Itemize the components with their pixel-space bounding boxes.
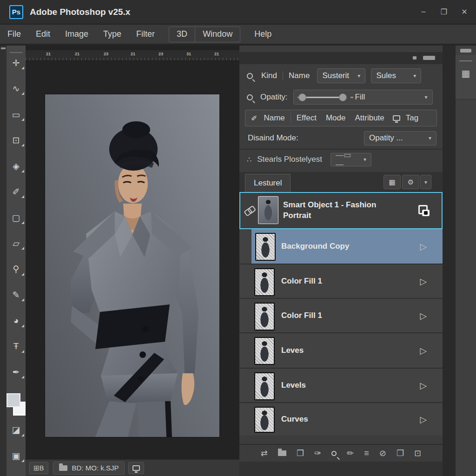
expand-triangle-icon[interactable]: ▷ [420,276,427,287]
status-image-button[interactable] [128,462,144,474]
close-button[interactable]: ✕ [457,5,471,19]
attr-tag[interactable]: Tag [406,113,418,123]
status-grid-button[interactable]: ⊞B [29,462,48,474]
duplicate-icon[interactable]: ❐ [297,448,304,458]
opacity-slider-control[interactable]: Fill ▾ [293,90,433,105]
list-icon[interactable]: ≡ [364,449,369,458]
filter-type-dropdown[interactable]: Susterit ▾ [317,68,365,83]
collapse-handle-icon[interactable] [1,47,6,49]
expand-triangle-icon[interactable]: ▷ [420,241,427,252]
collapsed-panel[interactable]: ▦ [456,55,476,99]
attr-name[interactable]: Name [264,113,284,123]
layer-row-smart-object[interactable]: Smart Object 1 - Fashion Portrait [239,192,443,229]
layer-row-levels[interactable]: Levels ▷ [239,369,443,403]
expand-triangle-icon[interactable]: ▷ [420,345,427,356]
filter-rules-dropdown[interactable]: Sules ▾ [371,68,421,83]
arrange-icon[interactable]: ⇄ [261,448,268,458]
lasso-tool[interactable]: ∿ [9,83,23,94]
brush-icon[interactable]: ✑ [314,448,321,458]
mask-tool-icon: ◪ [12,424,20,435]
rectangle-marquee-tool[interactable]: ▭ [9,109,23,119]
layers-tab[interactable]: Lesturel [245,174,291,192]
layers-icon[interactable]: ❒ [397,448,404,458]
panel-menu-button[interactable]: ▾ [420,175,431,189]
pen-icon[interactable]: ✏ [347,448,354,458]
attr-mode[interactable]: Mode [326,113,346,123]
fill-label[interactable]: Fill [355,93,365,102]
layer-name[interactable]: Curves [281,415,308,424]
paperclip-icon[interactable]: ⊘ [379,448,386,458]
panel-minimize-icon[interactable] [413,56,416,60]
zoom-lasso-tool[interactable]: ⚲ [9,264,23,274]
folder-icon[interactable] [278,450,286,456]
frame-tool[interactable]: ▣ [9,450,23,461]
menu-window[interactable]: Window [195,27,240,42]
attr-attribute[interactable]: Attribute [355,113,384,123]
layer-row-color-fill-1[interactable]: Color Fill 1 ▷ [239,264,443,299]
canvas-area[interactable]: 21 21 23 21 23 31 21 [26,46,239,459]
eyedropper-tool[interactable]: ✐ [9,186,23,197]
color-swatches[interactable] [8,393,24,412]
mask-tool[interactable]: ◪ [9,424,23,435]
menu-edit[interactable]: Edit [28,29,58,39]
layer-thumbnail[interactable] [254,268,275,296]
layer-name[interactable]: Color Fill 1 [281,277,322,286]
layer-name[interactable]: Smart Object 1 - Fashion Portrait [283,200,399,221]
layer-name[interactable]: Levels [281,381,306,390]
layer-name[interactable]: Color Fill 1 [281,311,322,320]
blend-mode-dropdown[interactable]: Opatity ... ▾ [364,131,436,145]
pattern-marquee-icon: ⊡ [13,135,20,145]
layer-row-curves[interactable]: Curves ▷ [239,403,443,436]
panel-collapse-icon[interactable] [423,56,435,60]
document-info[interactable]: BD: MO: k.SJP [53,462,125,475]
layer-row-leves[interactable]: Leves ▷ [239,333,443,369]
shape-tool[interactable]: ▢ [9,212,23,223]
polygon-tool[interactable]: ▱ [9,238,23,249]
minimize-button[interactable]: – [416,5,430,19]
layer-row-background-copy[interactable]: Background Copy ▷ [239,229,443,264]
monitor-icon [393,115,400,121]
panel-group-header[interactable] [239,52,443,64]
layer-thumbnail[interactable] [254,372,275,400]
opacity-slider-knob-left[interactable] [298,93,306,101]
search-icon[interactable] [331,451,337,456]
menu-help[interactable]: Help [247,29,279,39]
vignette-marquee-tool[interactable]: ◈ [9,160,23,171]
menu-filter[interactable]: Filter [129,29,162,39]
smudge-tool[interactable]: ◕ [9,315,23,326]
grid-view-button[interactable]: ▦ [383,175,401,189]
type-tool[interactable]: Ŧ [9,341,23,352]
channels-grid-icon[interactable]: ▦ [456,68,476,79]
filter-name-label[interactable]: Name [289,71,310,80]
layer-thumbnail[interactable] [255,233,276,261]
expand-triangle-icon[interactable]: ▷ [420,414,427,425]
opacity-slider-track[interactable] [300,97,345,98]
maximize-button[interactable]: ❐ [437,5,451,19]
panel-settings-button[interactable]: ⚙ [402,175,419,189]
layer-thumbnail[interactable] [254,303,275,331]
pattern-marquee-tool[interactable]: ⊡ [9,135,23,145]
ruler-label: 31 [186,52,191,56]
expand-triangle-icon[interactable]: ▷ [420,380,427,391]
layer-name[interactable]: Leves [281,346,304,355]
brush-tool[interactable]: ✎ [9,290,23,300]
dock-collapse-icon[interactable] [460,49,471,53]
menu-image[interactable]: Image [58,29,96,39]
layer-thumbnail[interactable] [254,337,275,365]
move-tool[interactable]: ✛ [9,58,23,68]
frame-icon[interactable]: ⊡ [414,448,421,458]
layer-thumbnail[interactable] [254,407,275,433]
foreground-color-swatch[interactable] [7,393,20,407]
expand-triangle-icon[interactable]: ▷ [420,311,427,321]
layer-thumbnail[interactable] [258,196,278,224]
eraser-tool[interactable]: ✒ [9,367,23,377]
layer-row-color-fill-2[interactable]: Color Fill 1 ▷ [239,299,443,333]
filter-kind-label[interactable]: Kind [261,71,277,80]
menu-type[interactable]: Type [96,29,129,39]
menu-3d[interactable]: 3D [169,27,195,42]
menu-file[interactable]: File [0,29,28,39]
layer-name[interactable]: Background Copy [281,242,349,251]
opacity-slider-knob-right[interactable] [339,93,347,101]
attr-effect[interactable]: Effect [297,113,317,123]
style-widget-dropdown[interactable]: —▭— ▾ [331,153,371,166]
